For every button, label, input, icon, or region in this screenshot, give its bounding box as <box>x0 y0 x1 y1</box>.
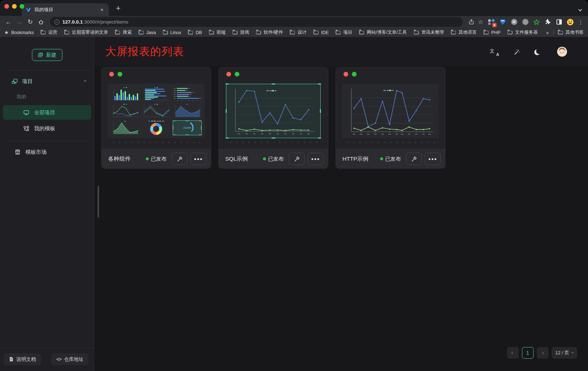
bookmark-folder[interactable]: DB <box>188 29 202 36</box>
browser-menu-icon[interactable]: ⋮ <box>577 19 584 25</box>
home-button[interactable] <box>36 17 46 27</box>
bookmark-folder[interactable]: 项目 <box>336 29 352 36</box>
selection-handle[interactable] <box>272 137 275 139</box>
prev-page-button[interactable] <box>507 347 519 359</box>
status-dot <box>380 157 383 160</box>
more-actions-button[interactable]: ●●● <box>190 153 206 165</box>
selection-handle[interactable] <box>318 137 321 139</box>
selection-handle[interactable] <box>173 126 173 129</box>
sidebar-item-my-templates[interactable]: 我的模板 <box>3 121 91 136</box>
bookmark-folder[interactable]: 其他语言 <box>451 29 477 36</box>
bookmark-folder[interactable]: 文件服务器 <box>507 29 538 36</box>
selection-handle[interactable] <box>272 83 275 84</box>
edit-project-button[interactable] <box>406 153 422 165</box>
folder-icon <box>139 31 144 34</box>
more-actions-button[interactable]: ●●● <box>425 153 441 165</box>
selection-handle[interactable] <box>173 120 175 121</box>
new-tab-button[interactable]: + <box>113 4 123 14</box>
tab-search-chevron-icon[interactable] <box>579 6 581 12</box>
selection-handle[interactable] <box>226 137 229 139</box>
command-extension-icon[interactable]: ⌘ <box>510 18 518 26</box>
share-button[interactable] <box>467 18 475 26</box>
bookmark-folder[interactable]: 资讯未整理 <box>414 29 444 36</box>
more-actions-button[interactable]: ●●● <box>308 153 324 165</box>
red-dot <box>109 72 114 77</box>
tab-title: 我的项目 <box>34 7 95 13</box>
bookmark-folder[interactable]: IDE <box>313 29 329 36</box>
reader-extension-icon[interactable] <box>555 18 563 26</box>
other-bookmarks-button[interactable]: 其他书签 <box>558 29 584 36</box>
bookmark-folder[interactable]: 近期需要读的文章 <box>64 29 108 36</box>
bookmark-folder[interactable]: 游戏 <box>233 29 249 36</box>
gem-extension-icon[interactable] <box>499 18 507 26</box>
selection-handle[interactable] <box>226 109 227 113</box>
folder-icon <box>209 31 214 34</box>
selection-handle[interactable] <box>318 83 321 84</box>
bookmarks-end: » 其他书签 <box>546 29 584 36</box>
minimize-window-button[interactable] <box>12 4 17 9</box>
selection-handle[interactable] <box>199 120 202 121</box>
bookmark-folder[interactable]: 运营 <box>41 29 57 36</box>
back-button[interactable]: ← <box>4 17 13 27</box>
star-extension-icon[interactable] <box>533 18 540 26</box>
next-page-button[interactable] <box>537 347 548 359</box>
language-toggle-button[interactable]: 文A <box>490 48 499 56</box>
sidebar-item-all-projects[interactable]: 全部项目 <box>3 105 91 120</box>
scrollbar-thumb[interactable] <box>98 186 99 218</box>
tab-strip: 我的项目 × + <box>0 0 588 16</box>
card-preview-sql[interactable] <box>226 84 321 138</box>
bookmark-folder[interactable]: 设计 <box>290 29 307 36</box>
project-card[interactable]: 25.00% 各种组件 已发布 <box>101 67 211 169</box>
current-page-button[interactable]: 1 <box>522 347 534 359</box>
bookmark-folder[interactable]: 搜索 <box>115 29 132 36</box>
close-window-button[interactable] <box>4 4 9 9</box>
reload-button[interactable]: ↻ <box>25 17 35 27</box>
edit-project-button[interactable] <box>289 153 305 165</box>
selection-handle[interactable] <box>199 135 202 135</box>
bookmark-folder[interactable]: Java <box>139 29 156 36</box>
forward-button[interactable]: → <box>15 17 24 27</box>
bookmark-folder[interactable]: 网站/博客/文章/工具 <box>359 29 407 36</box>
address-bar[interactable]: i 127.0.0.1:3000/#/project/items <box>50 17 463 27</box>
close-tab-icon[interactable]: × <box>99 7 105 13</box>
project-card[interactable]: SQL示例 已发布 ●●● <box>218 67 328 169</box>
docs-button[interactable]: 说明文档 <box>4 353 41 365</box>
publish-status: 已发布 <box>263 156 284 162</box>
bookmark-folder[interactable]: 前端 <box>209 29 226 36</box>
bookmark-folder[interactable]: 软件/硬件 <box>256 29 283 36</box>
header-actions: 文A <box>490 47 567 57</box>
stats-extension-icon[interactable]: 9 <box>488 18 496 26</box>
bookmark-folder[interactable]: Linux <box>163 29 181 36</box>
bookmarks-manager[interactable]: ★ Bookmarks <box>4 30 34 35</box>
theme-color-button[interactable] <box>512 47 522 57</box>
bookmark-star-button[interactable]: ☆ <box>477 18 485 26</box>
selection-handle[interactable] <box>173 135 175 135</box>
mini-area-chart <box>111 120 140 135</box>
sidebar: 新建 项目 我的 全部项目 <box>0 37 94 371</box>
emoji-extension-icon[interactable] <box>566 18 574 26</box>
card-preview-http[interactable] <box>342 84 439 138</box>
new-project-button[interactable]: 新建 <box>32 49 62 61</box>
selection-handle[interactable] <box>201 126 202 129</box>
browser-tab[interactable]: 我的项目 × <box>22 3 109 16</box>
record-extension-icon[interactable] <box>521 18 529 26</box>
repo-button[interactable]: </> 仓库地址 <box>51 353 89 365</box>
maximize-window-button[interactable] <box>20 4 24 9</box>
page-size-select[interactable]: 12 / 页 <box>552 347 577 359</box>
edit-project-button[interactable] <box>172 153 188 165</box>
bookmark-folder[interactable]: PHP <box>484 29 501 36</box>
sidebar-item-template-market[interactable]: 模板市场 <box>3 145 91 159</box>
pagination: 1 12 / 页 <box>507 347 577 359</box>
selection-handle[interactable] <box>320 109 321 113</box>
card-decor-dots <box>219 67 328 77</box>
bookmarks-overflow-button[interactable]: » <box>546 30 549 36</box>
page-info-icon[interactable]: i <box>54 20 59 25</box>
mini-line-chart <box>111 103 140 118</box>
puzzle-extensions-icon[interactable] <box>544 18 552 26</box>
user-avatar[interactable] <box>557 47 567 57</box>
card-preview-components[interactable]: 25.00% <box>108 84 205 138</box>
sidebar-group-projects[interactable]: 项目 <box>0 71 94 88</box>
project-card[interactable]: HTTP示例 已发布 ●●● <box>336 67 445 169</box>
selection-handle[interactable] <box>226 83 229 84</box>
dark-mode-button[interactable] <box>535 47 544 57</box>
